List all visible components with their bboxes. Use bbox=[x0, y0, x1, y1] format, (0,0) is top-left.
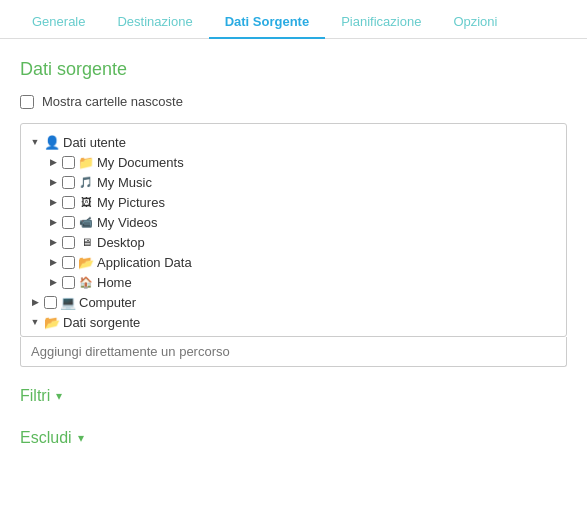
toggle-dati-utente[interactable]: ▼ bbox=[29, 136, 41, 148]
toggle-my-pictures[interactable]: ▶ bbox=[47, 196, 59, 208]
escludi-section: Escludi ▾ bbox=[20, 425, 567, 451]
tree-node-my-videos[interactable]: ▶ My Videos bbox=[47, 212, 558, 232]
tree-node-my-documents[interactable]: ▶ My Documents bbox=[47, 152, 558, 172]
escludi-arrow-icon: ▾ bbox=[78, 431, 84, 445]
user-icon bbox=[44, 134, 60, 150]
page-title: Dati sorgente bbox=[20, 59, 567, 80]
tree-node-desktop[interactable]: ▶ Desktop bbox=[47, 232, 558, 252]
show-hidden-folders-checkbox[interactable] bbox=[20, 95, 34, 109]
tab-destinazione[interactable]: Destinazione bbox=[101, 8, 208, 39]
home-icon bbox=[78, 274, 94, 290]
my-documents-label: My Documents bbox=[97, 155, 184, 170]
folder-app-icon bbox=[78, 254, 94, 270]
checkbox-my-documents[interactable] bbox=[62, 156, 75, 169]
path-input[interactable] bbox=[21, 337, 566, 366]
toggle-desktop[interactable]: ▶ bbox=[47, 236, 59, 248]
toggle-home[interactable]: ▶ bbox=[47, 276, 59, 288]
filtri-section: Filtri ▾ bbox=[20, 383, 567, 409]
computer-label: Computer bbox=[79, 295, 136, 310]
checkbox-home[interactable] bbox=[62, 276, 75, 289]
home-label: Home bbox=[97, 275, 132, 290]
tree-node-dati-sorgente[interactable]: ▼ Dati sorgente bbox=[29, 312, 558, 332]
path-input-row bbox=[20, 337, 567, 367]
tree-node-dati-utente[interactable]: ▼ Dati utente bbox=[29, 132, 558, 152]
toggle-computer[interactable]: ▶ bbox=[29, 296, 41, 308]
folder-music-icon bbox=[78, 174, 94, 190]
show-hidden-folders-row: Mostra cartelle nascoste bbox=[20, 94, 567, 109]
filtri-arrow-icon: ▾ bbox=[56, 389, 62, 403]
checkbox-computer[interactable] bbox=[44, 296, 57, 309]
computer-icon bbox=[60, 294, 76, 310]
dati-utente-label: Dati utente bbox=[63, 135, 126, 150]
folder-doc-icon bbox=[78, 154, 94, 170]
checkbox-application-data[interactable] bbox=[62, 256, 75, 269]
checkbox-my-videos[interactable] bbox=[62, 216, 75, 229]
tree-node-my-music[interactable]: ▶ My Music bbox=[47, 172, 558, 192]
tree-node-home[interactable]: ▶ Home bbox=[47, 272, 558, 292]
tab-navigation: Generale Destinazione Dati Sorgente Pian… bbox=[0, 0, 587, 39]
tree-node-application-data[interactable]: ▶ Application Data bbox=[47, 252, 558, 272]
my-videos-label: My Videos bbox=[97, 215, 157, 230]
tree-node-computer[interactable]: ▶ Computer bbox=[29, 292, 558, 312]
dati-sorgente-label: Dati sorgente bbox=[63, 315, 140, 330]
filtri-header[interactable]: Filtri ▾ bbox=[20, 383, 567, 409]
tree-node-my-pictures[interactable]: ▶ My Pictures bbox=[47, 192, 558, 212]
application-data-label: Application Data bbox=[97, 255, 192, 270]
tab-generale[interactable]: Generale bbox=[16, 8, 101, 39]
my-pictures-label: My Pictures bbox=[97, 195, 165, 210]
tab-dati-sorgente[interactable]: Dati Sorgente bbox=[209, 8, 326, 39]
checkbox-my-music[interactable] bbox=[62, 176, 75, 189]
desktop-icon bbox=[78, 234, 94, 250]
show-hidden-folders-label: Mostra cartelle nascoste bbox=[42, 94, 183, 109]
datasource-icon bbox=[44, 314, 60, 330]
escludi-header[interactable]: Escludi ▾ bbox=[20, 425, 567, 451]
tab-pianificazione[interactable]: Pianificazione bbox=[325, 8, 437, 39]
tree-box: ▼ Dati utente ▶ My Documents ▶ My Music … bbox=[20, 123, 567, 337]
desktop-label: Desktop bbox=[97, 235, 145, 250]
my-music-label: My Music bbox=[97, 175, 152, 190]
filtri-label: Filtri bbox=[20, 387, 50, 405]
folder-pics-icon bbox=[78, 194, 94, 210]
escludi-label: Escludi bbox=[20, 429, 72, 447]
toggle-my-videos[interactable]: ▶ bbox=[47, 216, 59, 228]
folder-video-icon bbox=[78, 214, 94, 230]
toggle-my-music[interactable]: ▶ bbox=[47, 176, 59, 188]
tab-opzioni[interactable]: Opzioni bbox=[437, 8, 513, 39]
checkbox-my-pictures[interactable] bbox=[62, 196, 75, 209]
checkbox-desktop[interactable] bbox=[62, 236, 75, 249]
toggle-application-data[interactable]: ▶ bbox=[47, 256, 59, 268]
main-content: Dati sorgente Mostra cartelle nascoste ▼… bbox=[0, 39, 587, 467]
toggle-my-documents[interactable]: ▶ bbox=[47, 156, 59, 168]
toggle-dati-sorgente[interactable]: ▼ bbox=[29, 316, 41, 328]
